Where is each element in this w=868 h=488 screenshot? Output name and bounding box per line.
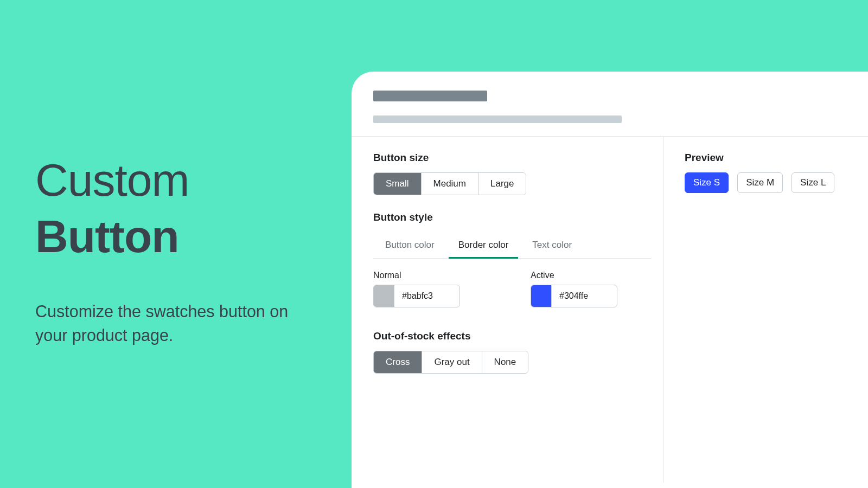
- oos-cross-button[interactable]: Cross: [374, 351, 422, 373]
- size-medium-button[interactable]: Medium: [422, 173, 478, 195]
- oos-none-button[interactable]: None: [482, 351, 528, 373]
- hero-subtitle: Customize the swatches button on your pr…: [35, 299, 323, 347]
- hero-title-top: Custom: [35, 157, 323, 203]
- active-color-field: Active: [531, 271, 617, 307]
- skeleton-title-bar: [373, 91, 487, 101]
- active-color-input[interactable]: [531, 285, 617, 307]
- tab-text-color[interactable]: Text color: [520, 232, 584, 258]
- style-tabs: Button color Border color Text color: [373, 232, 652, 259]
- normal-color-text[interactable]: [394, 291, 454, 301]
- preview-size-l-button[interactable]: Size L: [792, 172, 834, 193]
- card-header-skeleton: [352, 72, 868, 136]
- oos-label: Out-of-stock effects: [373, 330, 652, 342]
- hero-title-bottom: Button: [35, 213, 323, 260]
- oos-segmented: Cross Gray out None: [373, 351, 528, 374]
- active-color-text[interactable]: [552, 291, 611, 301]
- oos-grayout-button[interactable]: Gray out: [422, 351, 482, 373]
- tab-border-color[interactable]: Border color: [446, 232, 521, 258]
- active-color-label: Active: [531, 271, 617, 280]
- active-color-swatch[interactable]: [531, 285, 552, 307]
- skeleton-subtitle-bar: [373, 115, 622, 123]
- normal-color-input[interactable]: [373, 285, 460, 307]
- color-fields-row: Normal Active: [373, 271, 652, 307]
- preview-label: Preview: [685, 152, 868, 164]
- settings-pane: Button size Small Medium Large Button st…: [352, 137, 664, 483]
- preview-size-s-button[interactable]: Size S: [685, 172, 729, 193]
- preview-pane: Preview Size S Size M Size L: [664, 137, 868, 483]
- tab-button-color[interactable]: Button color: [373, 232, 446, 258]
- size-small-button[interactable]: Small: [374, 173, 422, 195]
- card-body: Button size Small Medium Large Button st…: [352, 137, 868, 483]
- normal-color-swatch[interactable]: [374, 285, 394, 307]
- button-style-label: Button style: [373, 211, 652, 223]
- preview-buttons: Size S Size M Size L: [685, 172, 834, 193]
- size-large-button[interactable]: Large: [478, 173, 526, 195]
- normal-color-label: Normal: [373, 271, 460, 280]
- hero-text: Custom Button Customize the swatches but…: [35, 157, 323, 348]
- button-size-segmented: Small Medium Large: [373, 172, 526, 195]
- settings-card: Button size Small Medium Large Button st…: [352, 72, 868, 488]
- preview-size-m-button[interactable]: Size M: [737, 172, 783, 193]
- normal-color-field: Normal: [373, 271, 460, 307]
- button-size-label: Button size: [373, 152, 652, 164]
